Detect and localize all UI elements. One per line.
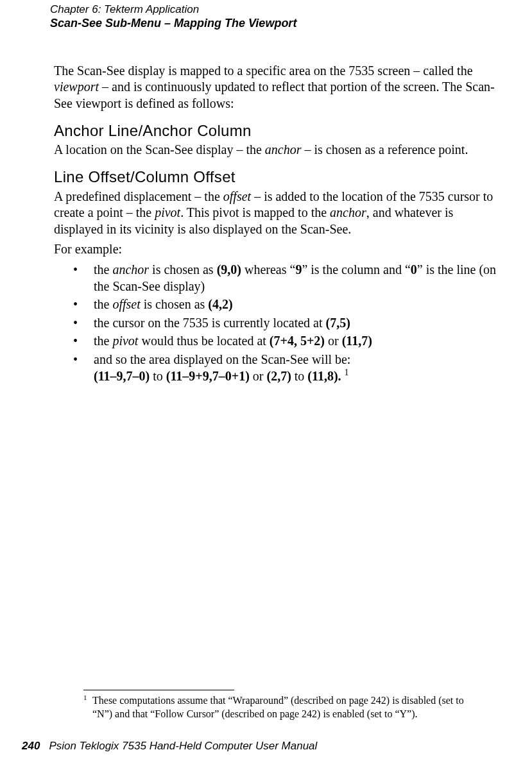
list-item: the cursor on the 7535 is currently loca…: [73, 315, 503, 332]
footnote: 1 These computations assume that “Wrapar…: [83, 694, 475, 721]
text: the: [94, 334, 112, 348]
list-item: the offset is chosen as (4,2): [73, 296, 503, 313]
footnote-ref: 1: [345, 368, 349, 377]
header-section: Scan-See Sub-Menu – Mapping The Viewport: [50, 16, 503, 31]
text: – and is continuously updated to reflect…: [54, 80, 495, 110]
heading-anchor: Anchor Line/Anchor Column: [54, 121, 503, 141]
footnote-rule: [83, 690, 234, 690]
text: whereas “: [241, 262, 295, 277]
term-pivot: pivot: [112, 334, 138, 348]
body-text: The Scan-See display is mapped to a spec…: [54, 63, 503, 384]
value: (11,7): [342, 334, 372, 348]
value: (11–9,7–0): [94, 369, 150, 383]
text: the: [94, 297, 112, 311]
term-anchor: anchor: [112, 262, 149, 277]
text: would thus be located at: [138, 334, 269, 348]
anchor-paragraph: A location on the Scan-See display – the…: [54, 142, 503, 158]
value: (7,5): [326, 316, 350, 330]
intro-paragraph: The Scan-See display is mapped to a spec…: [54, 63, 503, 112]
heading-offset: Line Offset/Column Offset: [54, 167, 503, 187]
term-anchor: anchor: [330, 205, 366, 219]
text: A location on the Scan-See display – the: [54, 142, 265, 157]
value: 9: [295, 262, 302, 277]
value: (11,8).: [307, 369, 341, 383]
text: The Scan-See display is mapped to a spec…: [54, 64, 473, 78]
text: or: [250, 369, 267, 383]
value: (11–9+9,7–0+1): [166, 369, 250, 383]
term-viewport: viewport: [54, 80, 99, 94]
list-item: the pivot would thus be located at (7+4,…: [73, 333, 503, 350]
value: (2,7): [266, 369, 291, 383]
term-offset: offset: [223, 189, 251, 203]
offset-paragraph: A predefined displacement – the offset –…: [54, 189, 503, 238]
text: to: [291, 369, 308, 383]
text: ” is the column and “: [302, 262, 410, 277]
header-chapter: Chapter 6: Tekterm Application: [50, 3, 503, 16]
page: Chapter 6: Tekterm Application Scan-See …: [0, 0, 532, 768]
page-number: 240: [22, 740, 40, 752]
manual-title: Psion Teklogix 7535 Hand-Held Computer U…: [49, 740, 317, 752]
value: (9,0): [217, 262, 241, 277]
value: 0: [411, 262, 417, 277]
text: to: [150, 369, 166, 383]
text: – is chosen as a reference point.: [302, 142, 468, 157]
text: and so the area displayed on the Scan-Se…: [94, 352, 350, 366]
footer: 240Psion Teklogix 7535 Hand-Held Compute…: [22, 740, 503, 753]
footnote-mark: 1: [83, 693, 87, 702]
text: or: [325, 334, 342, 348]
value: (7+4, 5+2): [270, 334, 325, 348]
term-offset: offset: [112, 297, 140, 311]
term-pivot: pivot: [155, 205, 180, 219]
text: the: [94, 262, 112, 277]
text: the cursor on the 7535 is currently loca…: [94, 316, 326, 330]
term-anchor: anchor: [265, 142, 302, 157]
list-item: the anchor is chosen as (9,0) whereas “9…: [73, 262, 503, 294]
text: is chosen as: [149, 262, 217, 277]
example-label: For example:: [54, 241, 503, 258]
footnote-area: 1 These computations assume that “Wrapar…: [83, 690, 475, 721]
running-header: Chapter 6: Tekterm Application Scan-See …: [50, 0, 503, 31]
text: is chosen as: [141, 297, 209, 311]
text: . This pivot is mapped to the: [180, 205, 330, 219]
list-item: and so the area displayed on the Scan-Se…: [73, 352, 503, 384]
value: (4,2): [208, 297, 232, 311]
example-list: the anchor is chosen as (9,0) whereas “9…: [73, 262, 503, 384]
text: A predefined displacement – the: [54, 189, 223, 203]
footnote-text: These computations assume that “Wraparou…: [92, 695, 464, 719]
